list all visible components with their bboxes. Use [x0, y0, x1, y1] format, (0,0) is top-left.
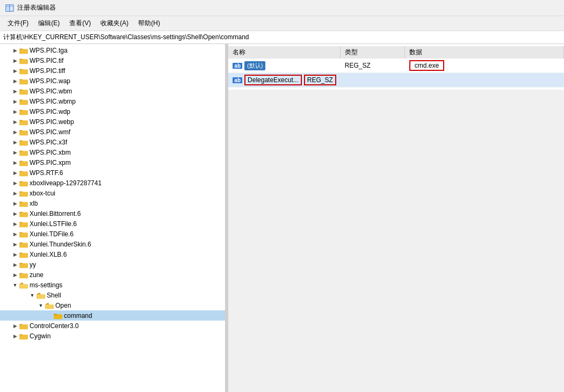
- menu-edit[interactable]: 编辑(E): [34, 17, 64, 30]
- tree-item-wps-rtf-6[interactable]: ▶ WPS.RTF.6: [0, 168, 225, 178]
- title-bar-text: 注册表编辑器: [17, 3, 56, 12]
- tree-label: WPS.PIC.wdp: [30, 108, 70, 115]
- toggle-icon: ▼: [11, 281, 19, 289]
- tree-item-yy[interactable]: ▶ yy: [0, 259, 225, 270]
- svg-rect-49: [19, 273, 23, 274]
- svg-rect-62: [19, 324, 23, 325]
- toggle-icon: ▶: [11, 199, 19, 208]
- toggle-icon: ▶: [11, 158, 19, 167]
- tree-item-xunlei-tdfile[interactable]: ▶ Xunlei.TDFile.6: [0, 229, 225, 239]
- toggle-icon: ▶: [11, 148, 19, 157]
- toggle-icon: ▼: [28, 291, 37, 300]
- folder-open-icon: [45, 302, 54, 309]
- toggle-icon: ▶: [11, 332, 19, 340]
- toggle-icon: ▶: [11, 169, 19, 177]
- tree-panel[interactable]: ▶ WPS.PIC.tga ▶ WPS.PIC.tif ▶ WPS.PIC.ti…: [0, 44, 226, 392]
- row-delegate-data: [405, 73, 564, 88]
- svg-rect-7: [19, 59, 23, 60]
- folder-icon: [19, 271, 28, 279]
- folder-icon: [19, 241, 28, 248]
- reg-ab-icon: ab: [233, 63, 242, 69]
- tree-item-open[interactable]: ▼ Open: [0, 300, 225, 310]
- tree-item-wps-pic-xpm[interactable]: ▶ WPS.PIC.xpm: [0, 157, 225, 168]
- tree-item-ms-settings[interactable]: ▼ ms-settings: [0, 280, 225, 290]
- folder-icon: [19, 230, 28, 238]
- tree-item-cygwin[interactable]: ▶ Cygwin: [0, 331, 225, 341]
- address-bar: 计算机\HKEY_CURRENT_USER\Software\Classes\m…: [0, 31, 564, 44]
- tree-label: Xunlei.Bittorrent.6: [30, 210, 81, 217]
- tree-label: WPS.PIC.tiff: [30, 67, 65, 75]
- menu-file[interactable]: 文件(F): [3, 17, 33, 30]
- tree-item-xbox-tcui[interactable]: ▶ xbox-tcui: [0, 188, 225, 198]
- tree-item-wps-pic-tiff[interactable]: ▶ WPS.PIC.tiff: [0, 66, 225, 76]
- tree-item-wps-pic-x3f[interactable]: ▶ WPS.PIC.x3f: [0, 137, 225, 147]
- tree-item-wps-pic-webp[interactable]: ▶ WPS.PIC.webp: [0, 117, 225, 127]
- svg-marker-57: [45, 303, 49, 304]
- tree-label: WPS.PIC.wbm: [30, 88, 72, 95]
- menu-view[interactable]: 查看(V): [65, 17, 95, 30]
- tree-label: Xunlei.TDFile.6: [30, 230, 74, 238]
- tree-item-wps-pic-tif[interactable]: ▶ WPS.PIC.tif: [0, 55, 225, 66]
- tree-item-command[interactable]: ▶ command: [0, 310, 225, 321]
- tree-item-xunlei-bittorrent[interactable]: ▶ Xunlei.Bittorrent.6: [0, 208, 225, 219]
- svg-marker-54: [37, 293, 40, 294]
- svg-rect-5: [19, 48, 23, 49]
- table-row-delegate[interactable]: ab DelegateExecut... REG_SZ: [228, 73, 564, 88]
- folder-icon: [19, 220, 28, 228]
- folder-icon: [19, 118, 28, 126]
- folder-icon: [19, 98, 28, 105]
- folder-icon: [19, 190, 28, 197]
- tree-item-wps-pic-wbm[interactable]: ▶ WPS.PIC.wbm: [0, 86, 225, 96]
- toggle-icon: ▶: [11, 220, 19, 228]
- svg-rect-16: [19, 110, 28, 115]
- tree-label: WPS.PIC.webp: [30, 118, 74, 126]
- folder-icon: [19, 139, 28, 146]
- tree-item-wps-pic-xbm[interactable]: ▶ WPS.PIC.xbm: [0, 147, 225, 157]
- tree-label: ms-settings: [30, 281, 62, 289]
- menu-bar: 文件(F) 编辑(E) 查看(V) 收藏夹(A) 帮助(H): [0, 16, 564, 31]
- delegate-type-inline: REG_SZ: [304, 75, 336, 85]
- default-value-badge: (默认): [244, 61, 265, 70]
- tree-label: Xunlei.ThunderSkin.6: [30, 241, 91, 248]
- menu-favorites[interactable]: 收藏夹(A): [96, 17, 133, 30]
- folder-icon: [19, 88, 28, 95]
- cmd-exe-value: cmd.exe: [409, 60, 444, 71]
- menu-help[interactable]: 帮助(H): [134, 17, 164, 30]
- svg-rect-43: [19, 242, 23, 243]
- tree-item-zune[interactable]: ▶ zune: [0, 270, 225, 280]
- tree-item-wps-pic-wbmp[interactable]: ▶ WPS.PIC.wbmp: [0, 96, 225, 106]
- svg-rect-30: [19, 182, 28, 186]
- svg-rect-41: [19, 232, 23, 233]
- tree-item-shell[interactable]: ▼ Shell: [0, 290, 225, 300]
- toggle-icon: ▶: [11, 240, 19, 249]
- svg-rect-55: [37, 295, 45, 298]
- tree-label-shell: Shell: [47, 292, 61, 299]
- tree-item-controlcenter[interactable]: ▶ ControlCenter3.0: [0, 321, 225, 331]
- svg-rect-11: [19, 79, 23, 80]
- svg-rect-58: [46, 305, 53, 308]
- col-type-header: 类型: [341, 46, 405, 59]
- svg-rect-12: [19, 90, 28, 95]
- svg-rect-36: [19, 212, 28, 217]
- tree-item-xunlei-thunderskin[interactable]: ▶ Xunlei.ThunderSkin.6: [0, 239, 225, 249]
- tree-item-wps-pic-wmf[interactable]: ▶ WPS.PIC.wmf: [0, 127, 225, 137]
- svg-rect-18: [19, 120, 28, 125]
- folder-icon: [19, 322, 28, 330]
- svg-rect-35: [19, 201, 23, 202]
- tree-item-xunlei-xlb[interactable]: ▶ Xunlei.XLB.6: [0, 249, 225, 259]
- reg-ab-icon-2: ab: [233, 77, 242, 83]
- table-row-default[interactable]: ab (默认) REG_SZ cmd.exe: [228, 59, 564, 73]
- tree-item-xunlei-lstfile[interactable]: ▶ Xunlei.LSTFile.6: [0, 219, 225, 229]
- tree-item-wps-pic-wap[interactable]: ▶ WPS.PIC.wap: [0, 76, 225, 86]
- tree-label: WPS.PIC.wbmp: [30, 98, 76, 105]
- tree-item-xlb[interactable]: ▶ xlb: [0, 198, 225, 208]
- tree-item-xboxliveapp[interactable]: ▶ xboxliveapp-1297287741: [0, 178, 225, 188]
- svg-rect-6: [19, 59, 28, 64]
- toggle-icon: ▶: [11, 128, 19, 136]
- tree-item-wps-pic-tga[interactable]: ▶ WPS.PIC.tga: [0, 45, 225, 55]
- tree-label: zune: [30, 271, 44, 279]
- toggle-icon: ▶: [11, 107, 19, 116]
- folder-icon: [19, 77, 28, 85]
- toggle-icon: ▶: [11, 179, 19, 187]
- tree-item-wps-pic-wdp[interactable]: ▶ WPS.PIC.wdp: [0, 106, 225, 117]
